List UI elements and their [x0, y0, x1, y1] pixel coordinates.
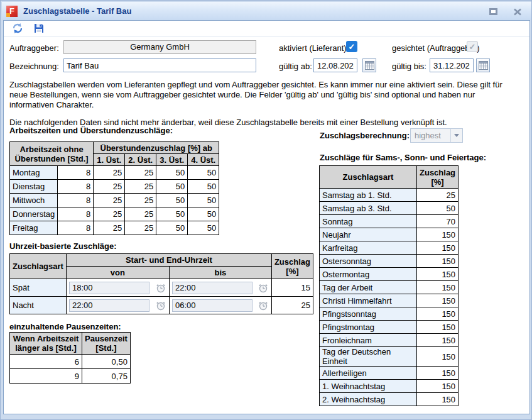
auftraggeber-field: Germany GmbH	[63, 40, 256, 54]
close-icon	[513, 8, 522, 16]
gueltig-ab-calendar-button[interactable]	[362, 58, 376, 72]
zuschlagsart-cell: Ostermontag	[320, 268, 417, 281]
calendar-icon	[365, 61, 374, 70]
day-cell: Mittwoch	[10, 194, 58, 207]
save-button[interactable]	[32, 23, 46, 36]
feiertage-table: Zuschlagsart Zuschlag [%] Samstag ab 1. …	[319, 165, 459, 406]
bis-time-input	[172, 299, 252, 312]
clock-icon	[258, 282, 269, 294]
value-cell: 50	[188, 194, 219, 207]
table-row: Tag der Arbeit150	[320, 281, 459, 294]
titlebar: F Zuschlagstabelle - Tarif Bau	[2, 2, 531, 20]
bezeichnung-label: Bezeichnung:	[9, 62, 59, 71]
table-row: Montag 8 25 25 50 50	[10, 166, 219, 180]
zuschlagsart-cell: Samstag ab 1. Std.	[320, 189, 417, 202]
save-icon	[33, 23, 45, 34]
zuschlagsart-cell: Allerheiligen	[320, 367, 417, 380]
pct-cell: 150	[417, 281, 459, 294]
table-row: Mittwoch 8 25 25 50 50	[10, 194, 219, 207]
table-row: Nacht	[10, 297, 313, 314]
pct-cell: 25	[417, 189, 459, 202]
uhrzeit-heading: Uhrzeit-basierte Zuschläge:	[9, 241, 117, 251]
zuschlagsart-cell: Tag der Arbeit	[320, 281, 417, 294]
bis-cell	[169, 279, 271, 297]
table-row: Pfingstmontag150	[320, 321, 459, 334]
aktiviert-checkbox[interactable]: ✓	[346, 41, 357, 52]
value-cell: 50	[188, 221, 219, 235]
chevron-down-icon	[450, 129, 462, 142]
value-cell: 50	[156, 180, 188, 194]
col-header-bis: bis	[169, 267, 271, 279]
value-cell: 50	[188, 166, 219, 180]
pause-cell: 0,75	[82, 369, 131, 384]
table-row: Allerheiligen150	[320, 367, 459, 380]
table-row: Pfingstsonntag150	[320, 307, 459, 321]
table-row: 1. Weihnachtstag150	[320, 380, 459, 393]
pct-cell: 150	[417, 321, 459, 334]
app-logo-letter: F	[9, 6, 14, 16]
table-row: Christi Himmelfahrt150	[320, 294, 459, 307]
col-header-arbeitszeit: Arbeitszeit ohne Überstunden [Std.]	[10, 142, 94, 166]
dialog-content: Auftraggeber: Germany GmbH aktiviert (Li…	[3, 20, 530, 414]
col-header-pausenzeit: Pausenzeit [Std.]	[82, 333, 131, 355]
pct-cell: 150	[417, 255, 459, 268]
col-header-zuschlag: Zuschlag [%]	[417, 166, 459, 189]
gueltig-ab-input[interactable]	[313, 58, 357, 72]
close-button[interactable]	[511, 6, 524, 17]
pct-cell: 150	[417, 241, 459, 255]
zuschlagsart-cell: Samstag ab 3. Std.	[320, 202, 417, 215]
table-row: Sonntag70	[320, 215, 459, 228]
bis-time-input	[172, 282, 252, 294]
feiertage-heading: Zuschläge für Sams-, Sonn- und Feiertage…	[320, 153, 486, 162]
von-time-input	[69, 282, 149, 294]
dropdown-value: highest	[411, 131, 450, 140]
info-paragraph-1: Zuschlagstabellen werden vom Lieferanten…	[9, 80, 521, 110]
zuschlagsart-cell: 1. Weihnachtstag	[320, 380, 417, 393]
zuschlag-cell: 25	[271, 297, 313, 314]
clock-icon	[258, 300, 269, 311]
table-row: Freitag 8 25 25 50 50	[10, 221, 219, 235]
zuschlagsart-cell: Karfreitag	[320, 241, 417, 255]
gueltig-bis-calendar-button[interactable]	[476, 58, 490, 72]
refresh-button[interactable]	[11, 23, 24, 36]
value-cell: 25	[94, 221, 125, 235]
von-cell	[66, 297, 169, 314]
value-cell: 50	[156, 194, 188, 207]
maximize-button[interactable]	[486, 6, 500, 17]
gesichtet-checkbox: ✓	[467, 41, 478, 52]
auftraggeber-label: Auftraggeber:	[9, 43, 59, 53]
value-cell: 25	[125, 166, 156, 180]
pct-cell: 150	[417, 307, 459, 321]
value-cell: 25	[94, 207, 125, 221]
value-cell: 25	[94, 180, 125, 194]
day-cell: Freitag	[10, 221, 58, 235]
table-row: Dienstag 8 25 25 50 50	[10, 180, 219, 194]
table-row: Donnerstag 8 25 25 50 50	[10, 207, 219, 221]
check-icon: ✓	[349, 42, 356, 52]
zuschlagsart-cell: Nacht	[10, 297, 67, 314]
clock-icon	[155, 300, 166, 311]
table-row: Tag der Deutschen Einheit150	[320, 347, 459, 367]
col-header-zuschlagsart: Zuschlagsart	[10, 254, 67, 279]
pausen-table: Wenn Arbeitszeit länger als [Std.] Pause…	[9, 332, 131, 384]
zuschlagsart-cell: Ostersonntag	[320, 255, 417, 268]
table-row: 6 0,50	[10, 355, 131, 369]
day-cell: Dienstag	[10, 180, 58, 194]
hours-threshold-cell: 6	[10, 355, 82, 369]
col-header-zuschlagsart: Zuschlagsart	[320, 166, 417, 189]
value-cell: 25	[125, 194, 156, 207]
calendar-icon	[479, 61, 488, 70]
zuschlagsart-cell: Pfingstmontag	[320, 321, 417, 334]
gueltig-bis-label: gültig bis:	[392, 62, 426, 71]
von-time-input	[69, 299, 149, 312]
table-row: 2. Weihnachtstag150	[320, 393, 459, 406]
gueltig-bis-input[interactable]	[430, 58, 474, 72]
refresh-icon	[12, 23, 23, 34]
bis-cell	[169, 297, 271, 314]
bezeichnung-input[interactable]	[63, 58, 256, 72]
gueltig-ab-label: gültig ab:	[279, 62, 312, 71]
value-cell: 25	[125, 207, 156, 221]
value-cell: 50	[156, 166, 188, 180]
aktiviert-label: aktiviert (Lieferant)	[279, 43, 347, 53]
window-title: Zuschlagstabelle - Tarif Bau	[23, 6, 131, 16]
